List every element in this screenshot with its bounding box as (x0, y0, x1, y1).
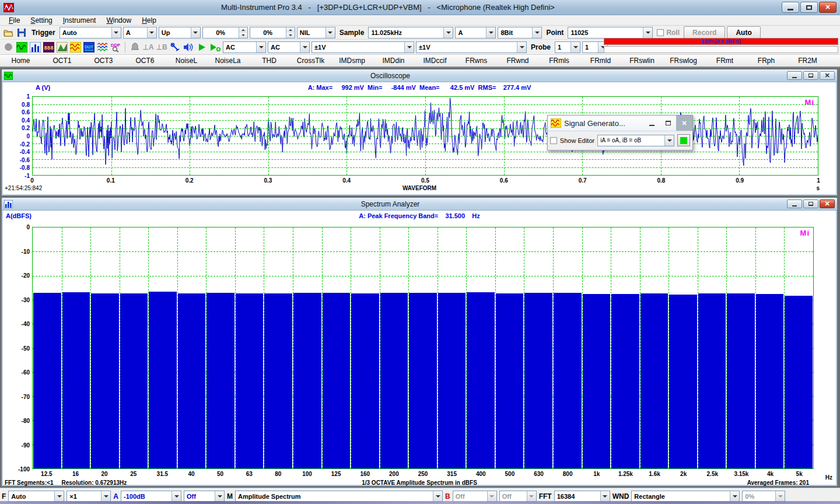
routing-select[interactable]: iA = oA, iB = oB (597, 135, 674, 146)
ddp-viewer-button[interactable]: DDP (110, 41, 121, 53)
minimize-button[interactable] (787, 71, 802, 80)
spectrum-analyzer-titlebar[interactable]: Spectrum Analyzer ✕ (2, 198, 837, 211)
tab-home[interactable]: Home (0, 55, 41, 66)
window-function-select[interactable]: Rectangle (631, 491, 740, 502)
tab-frmls[interactable]: FRmls (538, 55, 580, 66)
show-editor-checkbox[interactable] (550, 137, 557, 144)
record-button-2[interactable] (2, 41, 14, 53)
record-button[interactable]: Record (684, 26, 725, 38)
auto-scale-button[interactable]: Auto (727, 26, 760, 38)
maximize-button[interactable] (803, 71, 818, 80)
sampling-channel-select[interactable]: A (455, 27, 496, 38)
menu-help[interactable]: Help (136, 16, 162, 24)
maximize-button[interactable] (803, 200, 818, 208)
range-a-select[interactable]: ±1V (312, 41, 414, 53)
spin-up-icon[interactable] (239, 27, 247, 33)
axis-tick-label: 1k (593, 471, 600, 477)
axis-tick-label: 1 (817, 177, 820, 184)
menu-window[interactable]: Window (101, 16, 136, 24)
settings-button[interactable] (169, 41, 181, 53)
trigger-frequency-reject-select[interactable]: NIL (297, 27, 335, 38)
coupling-b-select[interactable]: AC (268, 41, 310, 53)
tab-frwnd[interactable]: FRwnd (497, 55, 538, 66)
signal-generator-toggle-button[interactable] (69, 41, 81, 53)
b-range-select[interactable]: Off (453, 491, 497, 502)
window-titlebar[interactable]: Multi-Instrument Pro 3.4 - [+3DP+DLG+LCR… (0, 0, 840, 15)
sound-output-button[interactable] (183, 41, 194, 53)
tab-frswlog[interactable]: FRswlog (663, 55, 704, 66)
restore-button[interactable] (660, 116, 676, 131)
spin-down-icon[interactable] (239, 33, 247, 38)
oscilloscope-toggle-button[interactable] (16, 41, 27, 53)
run-button[interactable] (196, 41, 208, 53)
trigger-source-select[interactable]: A (123, 27, 157, 38)
tab-imdsmp[interactable]: IMDsmp (331, 55, 373, 66)
tab-fr2m[interactable]: FR2M (787, 55, 828, 66)
menu-file[interactable]: File (4, 16, 25, 24)
open-file-button[interactable] (2, 27, 14, 38)
frequency-axis-select[interactable]: Auto (8, 491, 64, 502)
display-mode-select[interactable]: Amplitude Spectrum (235, 491, 443, 502)
sampling-rate-select[interactable]: 11.025kHz (368, 27, 453, 38)
trigger-edge-select[interactable]: Up (159, 27, 201, 38)
coupling-a-select[interactable]: AC (223, 41, 266, 53)
probe-tool-icon (170, 43, 180, 52)
a-processing-select[interactable]: Off (184, 491, 225, 502)
trigger-delay-spinner[interactable]: 0% (250, 27, 295, 38)
oscilloscope-titlebar[interactable]: Oscilloscope ✕ (2, 69, 837, 82)
spin-down-icon[interactable] (286, 33, 295, 38)
tab-oct6[interactable]: OCT6 (124, 55, 166, 66)
trigger-mode-select[interactable]: Auto (60, 27, 121, 38)
overlap-select[interactable]: 0% (742, 491, 785, 502)
tab-frph[interactable]: FRph (746, 55, 787, 66)
close-button[interactable]: ✕ (820, 71, 835, 80)
tab-thd[interactable]: THD (249, 55, 290, 66)
sampling-bits-select[interactable]: 8Bit (498, 27, 542, 38)
close-button[interactable]: ✕ (676, 116, 692, 131)
calibrate-a-button[interactable]: ⊥A (142, 41, 154, 53)
trigger-level-spinner[interactable]: 0% (202, 27, 248, 38)
tab-oct1[interactable]: OCT1 (41, 55, 83, 66)
run-hold-button[interactable] (209, 41, 221, 53)
spectrum-bar (293, 293, 321, 468)
calibrate-b-button[interactable]: ⊥B (156, 41, 167, 53)
tab-frmld[interactable]: FRmld (580, 55, 621, 66)
signal-generator-titlebar[interactable]: Signal Generato... ✕ (548, 116, 692, 131)
spectrum-analyzer-toggle-button[interactable] (29, 41, 41, 53)
device-test-plan-button[interactable]: DUT (83, 41, 94, 53)
tab-noisel[interactable]: NoiseL (166, 55, 207, 66)
minimize-button[interactable] (643, 116, 660, 131)
spin-up-icon[interactable] (286, 27, 295, 33)
derived-data-points-button[interactable] (96, 41, 108, 53)
tab-frwns[interactable]: FRwns (456, 55, 497, 66)
tab-imddin[interactable]: IMDdin (373, 55, 414, 66)
menu-instrument[interactable]: Instrument (58, 16, 102, 24)
tab-frswlin[interactable]: FRswlin (621, 55, 663, 66)
minimize-button[interactable] (782, 2, 799, 13)
multimeter-toggle-button[interactable]: 888 (43, 41, 54, 53)
show-editor-label: Show Editor (560, 137, 594, 144)
tab-crosstlk[interactable]: CrossTlk (290, 55, 331, 66)
spectrum-3d-plot-toggle-button[interactable] (56, 41, 68, 53)
tab-imdccif[interactable]: IMDccif (414, 55, 456, 66)
tab-oct3[interactable]: OCT3 (83, 55, 124, 66)
minimize-button[interactable] (787, 200, 802, 208)
alarm-button[interactable] (129, 41, 141, 53)
save-file-button[interactable] (16, 27, 27, 38)
a-range-select[interactable]: -100dB (121, 491, 181, 502)
generator-run-button[interactable] (677, 134, 690, 146)
tab-frmt[interactable]: FRmt (704, 55, 746, 66)
zoom-select[interactable]: ×1 (66, 491, 111, 502)
menu-setting[interactable]: Setting (25, 16, 57, 24)
close-button[interactable]: ✕ (820, 200, 835, 208)
range-b-select[interactable]: ±1V (416, 41, 527, 53)
maximize-button[interactable] (800, 2, 818, 13)
probe-a-select[interactable]: 1 (555, 41, 580, 53)
b-processing-select[interactable]: Off (499, 491, 537, 502)
close-button[interactable]: ✕ (819, 2, 836, 13)
roll-checkbox[interactable]: Roll (654, 29, 682, 37)
tab-noisela[interactable]: NoiseLa (207, 55, 249, 66)
record-length-select[interactable]: 11025 (568, 27, 653, 38)
fft-size-select[interactable]: 16384 (554, 491, 610, 502)
channel-b-label: B (445, 492, 450, 501)
